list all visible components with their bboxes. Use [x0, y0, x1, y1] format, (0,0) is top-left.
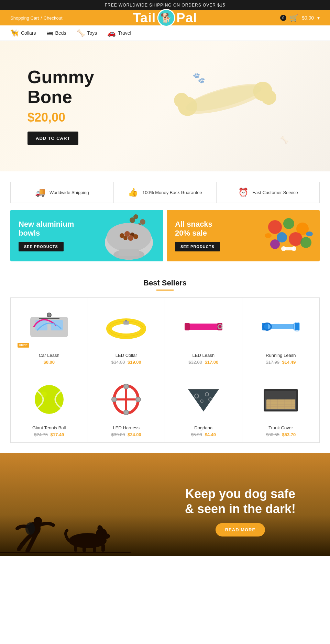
bone-svg	[165, 61, 285, 130]
svg-point-16	[123, 236, 128, 240]
promo-snacks-button[interactable]: SEE PRODUCTS	[175, 242, 220, 251]
nav-label-toys: Toys	[87, 30, 97, 36]
snacks-svg	[254, 210, 316, 261]
car-leash-price-free: $0.00	[43, 360, 55, 365]
cart-icon[interactable]: 🛒	[290, 14, 298, 22]
svg-point-80	[25, 522, 35, 535]
header-right: 0 🛒 $0.00 ▾	[280, 14, 320, 22]
svg-point-9	[133, 214, 138, 219]
svg-point-29	[281, 246, 286, 251]
svg-rect-40	[123, 321, 129, 325]
dog-icon: 🐕	[161, 13, 172, 23]
car-leash-image: FREE	[16, 305, 82, 349]
shipping-icon: 🚚	[35, 188, 45, 197]
logo-text-right: Pal	[176, 11, 197, 25]
svg-point-27	[300, 237, 311, 248]
feature-guarantee-label: 100% Money Back Guarantee	[142, 190, 202, 195]
svg-point-87	[102, 533, 110, 539]
svg-rect-41	[125, 320, 127, 321]
hero-decor-1: 🐾	[192, 72, 205, 84]
svg-rect-86	[101, 544, 105, 552]
led-leash-price-new: $17.00	[205, 360, 219, 365]
led-leash-image	[170, 305, 237, 349]
add-to-cart-button[interactable]: ADD TO CART	[28, 132, 78, 145]
product-trunk-cover[interactable]: Trunk Cover $80.55 $53.70	[242, 370, 320, 442]
toys-icon: 🦴	[77, 29, 85, 37]
logo-dog-icon: 🐕	[157, 9, 175, 27]
svg-rect-43	[185, 323, 190, 330]
svg-point-10	[140, 219, 145, 225]
led-collar-name: LED Collar	[93, 353, 160, 358]
header: Shopping Cart / Checkout Tail 🐕 Pal 0 🛒 …	[0, 10, 330, 25]
svg-rect-46	[264, 324, 298, 329]
dogdana-prices: $5.99 $4.49	[170, 432, 237, 437]
promo-bowls-title: New aluminiumbowls	[19, 220, 74, 238]
trunk-cover-name: Trunk Cover	[248, 425, 315, 430]
trunk-cover-price-old: $80.55	[266, 432, 279, 437]
promo-bowls-content: New aluminiumbowls SEE PRODUCTS	[10, 213, 82, 259]
product-car-leash[interactable]: FREE Car Leash $0.00	[11, 298, 88, 370]
svg-point-57	[124, 410, 129, 415]
svg-point-21	[268, 220, 282, 234]
feature-guarantee: 👍 100% Money Back Guarantee	[114, 182, 217, 203]
car-leash-prices: $0.00	[16, 360, 82, 365]
product-running-leash[interactable]: Running Leash $17.99 $14.49	[242, 298, 320, 370]
led-leash-svg	[183, 310, 224, 344]
cart-dropdown-icon[interactable]: ▾	[317, 15, 320, 21]
checkout-link[interactable]: Checkout	[44, 15, 63, 21]
shopping-cart-link[interactable]: Shopping Cart	[10, 15, 39, 21]
product-led-collar[interactable]: LED Collar $34.00 $19.00	[88, 298, 165, 370]
silhouette-svg	[0, 481, 131, 556]
promo-snacks-title: All snacks20% sale	[175, 220, 220, 238]
svg-point-2	[174, 93, 189, 108]
svg-marker-60	[188, 389, 219, 411]
dogdana-price-old: $5.99	[191, 432, 202, 437]
running-leash-name: Running Leash	[248, 353, 315, 358]
car-leash-svg	[29, 310, 70, 344]
product-tennis-ball[interactable]: Giant Tennis Ball $24.75 $17.49	[11, 370, 88, 442]
tennis-ball-prices: $24.75 $17.49	[16, 432, 82, 437]
led-leash-price-old: $32.00	[188, 360, 202, 365]
nav-item-toys[interactable]: 🦴 Toys	[77, 29, 97, 37]
guarantee-icon: 👍	[128, 188, 138, 197]
product-led-harness[interactable]: LED Harness $39.00 $24.00	[88, 370, 165, 442]
logo-area: Tail 🐕 Pal	[133, 9, 197, 27]
hero-section: GummyBone $20,00 ADD TO CART 🐾 🦴	[0, 41, 330, 171]
nav-label-beds: Beds	[55, 30, 66, 36]
nav-item-collars[interactable]: 🦮 Collars	[10, 29, 36, 37]
nav-item-beds[interactable]: 🛏 Beds	[46, 29, 66, 37]
svg-point-25	[289, 232, 302, 246]
promo-snacks-content: All snacks20% sale SEE PRODUCTS	[167, 213, 228, 259]
promo-bowls-button[interactable]: SEE PRODUCTS	[19, 242, 64, 251]
hero-title: GummyBone	[28, 67, 94, 106]
svg-point-59	[136, 397, 141, 402]
bottom-cta-content: Keep you dog safe& seen in the dark! REA…	[185, 486, 296, 536]
trunk-cover-price-new: $53.70	[282, 432, 296, 437]
svg-point-32	[306, 231, 313, 236]
nav-item-travel[interactable]: 🚗 Travel	[107, 29, 131, 37]
led-harness-price-old: $39.00	[111, 432, 125, 437]
led-collar-prices: $34.00 $19.00	[93, 360, 160, 365]
hero-decor-2: 🦴	[280, 136, 289, 144]
svg-rect-83	[74, 544, 77, 552]
promo-banner-bowls: New aluminiumbowls SEE PRODUCTS	[10, 210, 163, 261]
tennis-ball-image	[16, 377, 82, 422]
dogdana-image	[170, 377, 237, 422]
logo[interactable]: Tail 🐕 Pal	[133, 9, 197, 27]
read-more-button[interactable]: READ MORE	[216, 523, 265, 536]
svg-point-18	[133, 234, 138, 239]
svg-rect-34	[35, 320, 47, 330]
products-grid: FREE Car Leash $0.00 LED Collar $34.00	[10, 297, 320, 443]
hero-price: $20,00	[28, 110, 94, 125]
led-harness-image	[93, 377, 160, 422]
nav-label-collars: Collars	[21, 30, 36, 36]
svg-point-30	[292, 246, 296, 251]
svg-rect-85	[93, 545, 96, 552]
svg-point-51	[35, 385, 64, 414]
led-leash-name: LED Leash	[170, 353, 237, 358]
product-dogdana[interactable]: Dogdana $5.99 $4.49	[165, 370, 242, 442]
product-led-leash[interactable]: LED Leash $32.00 $17.00	[165, 298, 242, 370]
svg-rect-42	[186, 324, 221, 330]
features-bar: 🚚 Worldwide Shipping 👍 100% Money Back G…	[10, 182, 320, 203]
led-collar-image	[93, 305, 160, 349]
